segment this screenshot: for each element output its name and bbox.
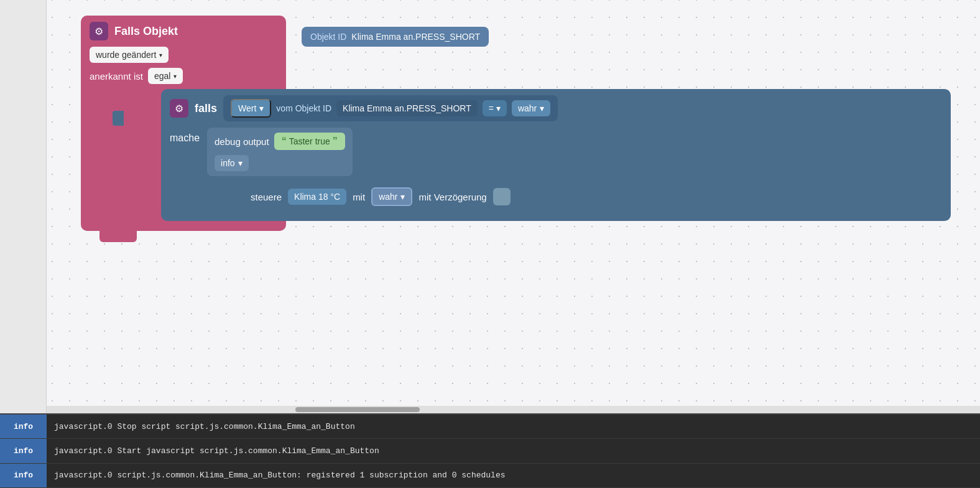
objekt-id-value: Klima Emma an.PRESS_SHORT: [351, 32, 480, 42]
delay-box: [493, 188, 511, 205]
wurde-geaendert-row: wurde geändert ▾: [90, 47, 277, 63]
debug-header-row: debug output “ Taster true ”: [215, 133, 345, 150]
wahr-dropdown[interactable]: wahr ▾: [512, 100, 550, 116]
debug-block: debug output “ Taster true ”: [207, 128, 353, 176]
chevron-down-icon: ▾: [238, 158, 243, 168]
anerkannt-row: anerkannt ist egal ▾: [90, 68, 277, 84]
mache-label: mache: [170, 133, 200, 144]
gear-icon-falls: ⚙: [170, 99, 188, 118]
chevron-down-icon: ▾: [159, 52, 162, 59]
console-badge-1: info: [0, 415, 47, 438]
console-row-3: info javascript.0 script.js.common.Klima…: [0, 464, 980, 488]
steuere-row: steuere Klima 18 °C mit wahr ▾ mit Verzö…: [242, 182, 942, 211]
close-quote-icon: ”: [333, 136, 338, 147]
wert-chain: Wert ▾ vom Objekt ID Klima Emma an.PRESS…: [223, 95, 558, 121]
canvas-area: ⚙ Falls Objekt wurde geändert ▾ anerkann…: [0, 0, 980, 413]
open-quote-icon: “: [282, 136, 287, 147]
console-row-2: info javascript.0 Start javascript scrip…: [0, 439, 980, 463]
falls-header: ⚙ falls Wert ▾ vom Objekt ID: [170, 95, 942, 121]
scrollbar-thumb[interactable]: [295, 407, 420, 412]
falls-connector: [113, 111, 124, 126]
chevron-down-icon: ▾: [496, 103, 501, 113]
falls-objekt-block: ⚙ Falls Objekt wurde geändert ▾ anerkann…: [81, 16, 286, 231]
console-row-1: info javascript.0 Stop script script.js.…: [0, 415, 980, 439]
console-badge-3: info: [0, 464, 47, 487]
equals-button[interactable]: = ▾: [483, 100, 507, 116]
wert-dropdown[interactable]: Wert ▾: [231, 99, 271, 118]
chevron-down-icon: ▾: [173, 73, 177, 80]
sidebar-strip: [0, 0, 47, 413]
debug-output-label: debug output: [215, 136, 269, 147]
console-text-1: javascript.0 Stop script script.js.commo…: [47, 422, 363, 431]
info-dropdown[interactable]: info ▾: [215, 155, 249, 171]
chevron-down-icon: ▾: [259, 103, 264, 113]
mit-verzogerung-label: mit Verzögerung: [418, 192, 486, 202]
objekt-id-block: Objekt ID Klima Emma an.PRESS_SHORT: [302, 27, 489, 47]
console-area: info javascript.0 Stop script script.js.…: [0, 413, 980, 488]
mache-row: mache debug output “ Taster true ”: [170, 128, 942, 176]
console-text-2: javascript.0 Start javascript script.js.…: [47, 446, 387, 456]
horizontal-scrollbar[interactable]: [47, 406, 980, 413]
gear-icon-falls-objekt: ⚙: [90, 22, 108, 40]
falls-inner-block: ⚙ falls Wert ▾ vom Objekt ID: [161, 89, 951, 221]
wahr-inner-dropdown[interactable]: wahr ▾: [371, 187, 412, 206]
blocks-container: ⚙ Falls Objekt wurde geändert ▾ anerkann…: [81, 16, 286, 231]
objekt-id-inner: Klima Emma an.PRESS_SHORT: [336, 100, 478, 116]
objekt-id-label: Objekt ID: [310, 32, 346, 42]
block-bottom-connector: [99, 230, 137, 242]
falls-title: falls: [195, 102, 217, 115]
chevron-down-icon: ▾: [400, 192, 405, 202]
egal-dropdown[interactable]: egal ▾: [148, 68, 183, 84]
console-text-3: javascript.0 script.js.common.Klima_Emma…: [47, 471, 513, 480]
mit-label: mit: [353, 192, 365, 202]
wurde-geaendert-dropdown[interactable]: wurde geändert ▾: [90, 47, 169, 63]
falls-objekt-title: Falls Objekt: [114, 25, 178, 38]
steuere-label: steuere: [251, 192, 282, 202]
falls-objekt-header: ⚙ Falls Objekt: [90, 22, 277, 40]
console-badge-2: info: [0, 439, 47, 462]
vom-label: vom Objekt ID: [276, 103, 331, 113]
chevron-down-icon: ▾: [540, 103, 544, 113]
steuere-block: steuere Klima 18 °C mit wahr ▾ mit Verzö…: [242, 182, 519, 211]
string-block: “ Taster true ”: [274, 133, 345, 150]
klima-badge: Klima 18 °C: [288, 189, 346, 205]
info-row: info ▾: [215, 155, 345, 171]
string-value: Taster true: [289, 136, 330, 146]
